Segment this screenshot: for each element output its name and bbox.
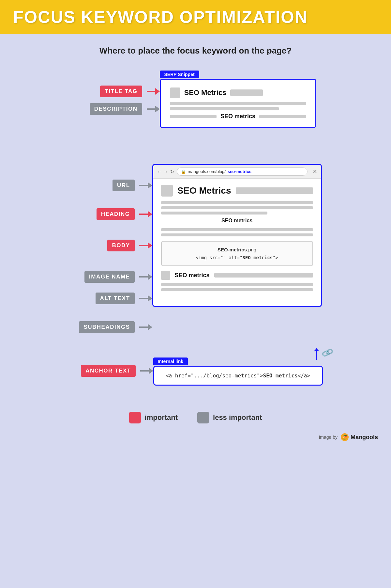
- image-name-strong: SEO-metrics: [218, 247, 247, 252]
- heading-icon-placeholder: [161, 185, 173, 197]
- serp-desc-bar-left: [170, 115, 217, 118]
- blog-heading-row: SEO Metrics: [161, 185, 313, 197]
- header-banner: FOCUS KEYWORD OPTIMIZATION: [0, 0, 391, 34]
- legend: important less important: [129, 412, 262, 423]
- description-badge: DESCRIPTION: [90, 103, 142, 115]
- brand-name: Mangools: [351, 434, 378, 441]
- anchor-text-arrow: [140, 368, 153, 374]
- legend-gray-box: [197, 412, 209, 423]
- url-prefix: mangools.com/blog/: [188, 169, 226, 174]
- legend-less-important-label: less important: [213, 413, 262, 422]
- serp-title-bar: [230, 89, 263, 96]
- heading-row: HEADING: [97, 208, 152, 220]
- body-line-5: [161, 233, 313, 236]
- title-tag-badge: TITLE TAG: [100, 86, 142, 97]
- legend-important-label: important: [145, 413, 178, 422]
- anchor-text-label-area: ANCHOR TEXT: [68, 365, 153, 377]
- serp-section: TITLE TAG DESCRIPTION SERP Snippet SEO M…: [0, 69, 391, 128]
- serp-title-row: SEO Metrics: [170, 87, 306, 98]
- subheadings-badge: SUBHEADINGS: [79, 321, 134, 333]
- legend-important: important: [129, 412, 178, 423]
- body-line-1: [161, 201, 313, 204]
- alt-text-code: <img src="" alt="SEO metrics">: [168, 255, 306, 260]
- serp-desc-bar-right: [259, 115, 306, 118]
- title-tag-arrow: [147, 88, 160, 94]
- alt-text-badge: ALT TEXT: [96, 293, 135, 304]
- body-keyword-row: SEO metrics: [161, 218, 313, 224]
- image-ext: .png: [247, 247, 256, 252]
- url-row: URL: [113, 180, 152, 191]
- main-title: FOCUS KEYWORD OPTIMIZATION: [13, 7, 378, 27]
- serp-card: SERP Snippet SEO Metrics SEO metrics: [160, 79, 316, 128]
- internal-link-card: Internal link <a href=".../blog/seo-metr…: [153, 366, 323, 386]
- serp-tab: SERP Snippet: [160, 71, 199, 78]
- blog-content: SEO Metrics SEO metrics SEO-metrics.pn: [153, 179, 321, 299]
- url-arrow: [139, 183, 152, 188]
- serp-desc-text: SEO metrics: [220, 113, 255, 120]
- internal-code: <a href=".../blog/seo-metrics">SEO metri…: [162, 373, 314, 379]
- image-name-badge: IMAGE NAME: [84, 271, 135, 283]
- footer: Image by 🥭 Mangools: [0, 430, 391, 444]
- blog-labels: URL HEADING BODY IMAGE NAME ALT TEXT SUB…: [79, 154, 152, 333]
- body-line-2: [161, 206, 313, 209]
- subheading-icon-placeholder: [161, 271, 170, 280]
- anchor-text-badge: ANCHOR TEXT: [81, 365, 135, 377]
- subtitle: Where to place the focus keyword on the …: [99, 46, 292, 56]
- serp-title-text: SEO Metrics: [184, 88, 227, 97]
- sub-line-2: [161, 288, 313, 291]
- heading-bar: [236, 187, 313, 194]
- description-row: DESCRIPTION: [90, 103, 160, 115]
- serp-line-1: [170, 102, 306, 105]
- lock-icon: 🔒: [181, 169, 186, 174]
- body-badge: BODY: [107, 240, 134, 251]
- subheading-lines: [161, 283, 313, 291]
- subheading-row: SEO metrics: [161, 271, 313, 280]
- mangools-logo: 🥭 Mangools: [341, 433, 378, 441]
- serp-icon-placeholder: [170, 87, 180, 98]
- image-name-text: SEO-metrics.png: [168, 247, 306, 252]
- image-by-text: Image by: [319, 435, 338, 440]
- serp-labels: TITLE TAG DESCRIPTION: [75, 82, 160, 115]
- heading-arrow: [139, 211, 152, 217]
- heading-badge: HEADING: [97, 208, 135, 220]
- nav-forward[interactable]: →: [164, 169, 168, 174]
- up-arrow-icon: ↑: [312, 343, 322, 362]
- mango-icon: 🥭: [341, 433, 349, 441]
- description-arrow: [147, 106, 160, 112]
- serp-desc-row: SEO metrics: [170, 113, 306, 120]
- browser-nav: ← → ↻: [157, 169, 174, 174]
- image-box: SEO-metrics.png <img src="" alt="SEO met…: [161, 241, 313, 266]
- image-name-row: IMAGE NAME: [84, 271, 152, 283]
- legend-less-important: less important: [197, 412, 262, 423]
- subheadings-arrow: [139, 324, 152, 330]
- internal-code-bold: SEO metrics: [263, 373, 298, 379]
- alt-text-arrow: [139, 295, 152, 301]
- title-tag-row: TITLE TAG: [100, 86, 159, 97]
- body-line-4: [161, 228, 313, 231]
- alt-text-row: ALT TEXT: [96, 293, 152, 304]
- up-arrow-container: ↑ 🔗: [312, 343, 333, 362]
- body-keyword-text: SEO metrics: [221, 218, 252, 224]
- internal-tab: Internal link: [153, 358, 188, 365]
- url-keyword: seo-metrics: [228, 169, 251, 174]
- blog-heading-text: SEO Metrics: [177, 185, 231, 196]
- body-row: BODY: [107, 240, 152, 251]
- subheading-bar: [214, 273, 313, 278]
- close-button[interactable]: ✕: [313, 168, 317, 175]
- link-chain-icon: 🔗: [321, 346, 334, 359]
- browser-bar: ← → ↻ 🔒 mangools.com/blog/seo-metrics ✕: [153, 165, 321, 179]
- subheading-text: SEO metrics: [175, 272, 210, 279]
- body-lines-2: [161, 228, 313, 236]
- alt-text-keyword: SEO metrics: [242, 255, 273, 260]
- image-name-arrow: [139, 274, 152, 280]
- sub-line-1: [161, 283, 313, 286]
- nav-back[interactable]: ←: [157, 169, 162, 174]
- body-line-3: [161, 212, 267, 215]
- serp-line-2: [170, 107, 279, 110]
- url-bar: 🔒 mangools.com/blog/seo-metrics: [177, 167, 308, 176]
- subheadings-row: SUBHEADINGS: [79, 321, 152, 333]
- nav-refresh[interactable]: ↻: [170, 169, 174, 174]
- blog-card: Blog post ← → ↻ 🔒 mangools.com/blog/seo-…: [152, 164, 322, 307]
- legend-red-box: [129, 412, 141, 423]
- body-arrow: [139, 243, 152, 248]
